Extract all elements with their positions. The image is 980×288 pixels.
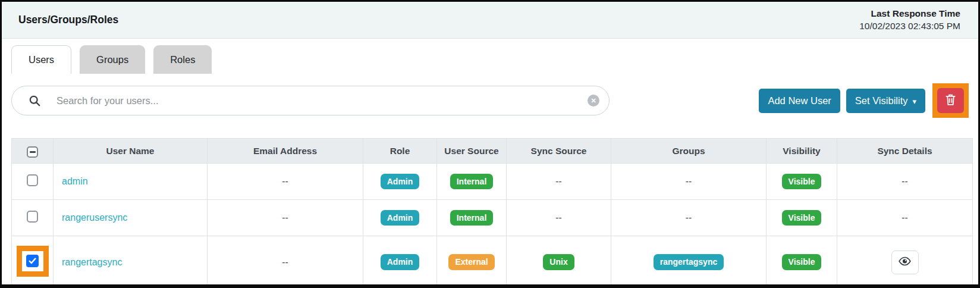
user-source-badge: Internal	[450, 174, 494, 189]
email-cell: --	[208, 164, 363, 200]
add-new-user-button[interactable]: Add New User	[759, 89, 840, 113]
user-link-rangerusersync[interactable]: rangerusersync	[62, 212, 127, 223]
groups-cell: --	[611, 164, 767, 200]
tab-roles[interactable]: Roles	[153, 45, 212, 74]
email-cell: --	[208, 236, 363, 288]
select-all-header	[12, 139, 54, 164]
delete-users-button[interactable]	[937, 88, 964, 113]
email-cell: --	[208, 200, 363, 236]
col-user-source: User Source	[437, 139, 507, 164]
last-response-time: 10/02/2023 02:43:05 PM	[859, 20, 960, 33]
groups-cell: --	[611, 200, 767, 236]
tab-users[interactable]: Users	[11, 45, 71, 74]
search-input[interactable]	[56, 95, 588, 107]
toolbar: ✕ Add New User Set Visibility ▾	[11, 86, 969, 115]
user-link-admin[interactable]: admin	[62, 176, 88, 186]
row-checkbox[interactable]	[27, 211, 38, 223]
visibility-badge: Visible	[782, 210, 822, 226]
sync-details-cell: --	[837, 200, 973, 236]
visibility-badge: Visible	[782, 174, 822, 189]
sync-source-badge: Unix	[543, 254, 574, 270]
users-table: User Name Email Address Role User Source…	[11, 138, 973, 288]
col-sync-source: Sync Source	[507, 139, 611, 164]
row-checkbox[interactable]	[27, 174, 38, 186]
sync-details-button[interactable]	[891, 251, 919, 274]
eye-icon	[898, 256, 912, 268]
table-row-rangertagsync: rangertagsync -- Admin External Unix ran…	[12, 236, 973, 288]
clear-search-icon[interactable]: ✕	[588, 95, 599, 107]
user-source-badge: External	[448, 254, 494, 270]
visibility-badge: Visible	[782, 254, 822, 270]
tab-groups-label: Groups	[96, 54, 128, 65]
search-box[interactable]: ✕	[11, 86, 610, 115]
select-all-checkbox[interactable]	[27, 146, 38, 158]
tab-groups[interactable]: Groups	[80, 45, 145, 74]
col-role: Role	[363, 139, 437, 164]
sync-source-cell: --	[507, 164, 611, 200]
add-new-user-label: Add New User	[768, 95, 831, 107]
role-badge: Admin	[381, 210, 420, 226]
set-visibility-button[interactable]: Set Visibility ▾	[846, 89, 925, 113]
indeterminate-mark	[30, 151, 36, 153]
col-sync-details: Sync Details	[837, 139, 973, 164]
tab-bar: Users Groups Roles	[11, 45, 978, 74]
chevron-down-icon: ▾	[912, 97, 916, 106]
row-checkbox-checked[interactable]	[26, 255, 39, 267]
search-icon	[29, 95, 41, 107]
group-badge: rangertagsync	[654, 254, 724, 270]
table-row-rangerusersync: rangerusersync -- Admin Internal -- -- V…	[12, 200, 973, 236]
page-title: Users/Groups/Roles	[18, 14, 118, 26]
col-user-name: User Name	[54, 139, 208, 164]
trash-icon	[946, 94, 956, 107]
tab-users-label: Users	[29, 54, 54, 65]
sync-details-cell: --	[837, 164, 973, 200]
last-response-block: Last Response Time 10/02/2023 02:43:05 P…	[859, 8, 960, 33]
page-header: Users/Groups/Roles Last Response Time 10…	[2, 2, 978, 39]
set-visibility-label: Set Visibility	[855, 95, 908, 107]
role-badge: Admin	[381, 174, 420, 189]
last-response-label: Last Response Time	[859, 8, 960, 20]
role-badge: Admin	[381, 254, 420, 270]
col-visibility: Visibility	[767, 139, 837, 164]
tab-roles-label: Roles	[170, 54, 195, 65]
action-buttons: Add New User Set Visibility ▾	[759, 89, 925, 113]
table-header-row: User Name Email Address Role User Source…	[12, 139, 973, 164]
sync-source-cell: --	[507, 200, 611, 236]
table-row-admin: admin -- Admin Internal -- -- Visible --	[12, 164, 973, 200]
user-link-rangertagsync[interactable]: rangertagsync	[62, 257, 122, 267]
users-groups-roles-page: Users/Groups/Roles Last Response Time 10…	[0, 0, 980, 288]
user-source-badge: Internal	[450, 210, 494, 226]
checked-checkbox-highlight	[17, 246, 49, 277]
delete-button-highlight	[932, 83, 969, 118]
col-groups: Groups	[611, 139, 767, 164]
col-email-address: Email Address	[208, 139, 363, 164]
